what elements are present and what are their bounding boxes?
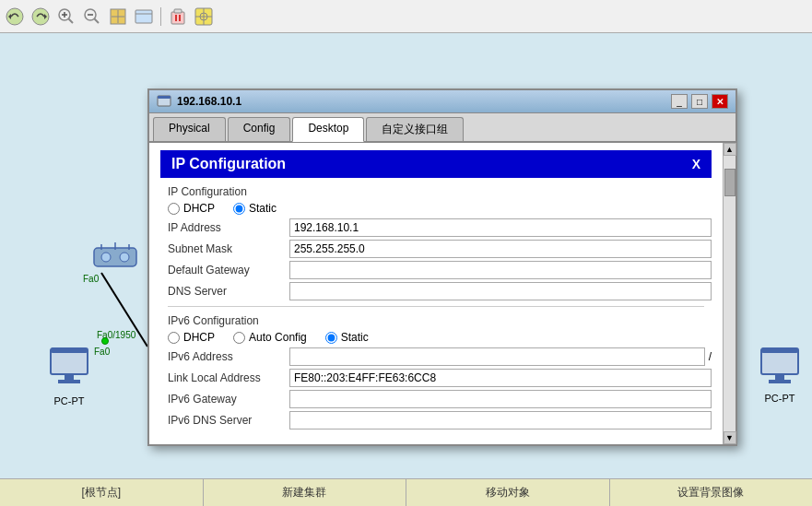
ipv6-address-label: IPv6 Address xyxy=(160,350,289,363)
ipv6-address-input[interactable] xyxy=(289,347,705,366)
minimize-button[interactable]: _ xyxy=(671,94,688,109)
bottom-bar-move-object[interactable]: 移动对象 xyxy=(406,479,610,506)
subnet-mask-input[interactable] xyxy=(289,240,712,258)
svg-point-35 xyxy=(120,253,129,262)
dhcp-label: DHCP xyxy=(183,202,215,215)
ip-address-row: IP Address xyxy=(160,218,712,237)
pc2-icon[interactable]: PC-PT xyxy=(757,347,803,404)
subnet-mask-label: Subnet Mask xyxy=(160,242,289,255)
scroll-up-button[interactable]: ▲ xyxy=(724,143,736,156)
toolbar xyxy=(0,0,812,33)
ipv6-dhcp-radio[interactable] xyxy=(168,332,180,344)
tab-config[interactable]: Config xyxy=(228,117,291,141)
ipv6-auto-radio[interactable] xyxy=(233,332,245,344)
modal-title-label: 192.168.10.1 xyxy=(177,95,241,108)
ipv6-dns-label: IPv6 DNS Server xyxy=(160,414,289,427)
ipv6-address-row: IPv6 Address / xyxy=(160,347,712,366)
ip-config-close-btn[interactable]: X xyxy=(692,157,700,171)
ipv6-radio-row: DHCP Auto Config Static xyxy=(168,331,712,344)
link-local-row: Link Local Address xyxy=(160,369,712,387)
svg-rect-28 xyxy=(58,380,80,383)
svg-rect-33 xyxy=(94,248,136,266)
port-label-fa0-2: Fa0 xyxy=(94,347,110,357)
ipv6-static-option[interactable]: Static xyxy=(325,331,369,344)
dns-server-input[interactable] xyxy=(289,282,712,300)
svg-rect-40 xyxy=(158,96,171,99)
section-divider xyxy=(168,306,704,307)
link-local-input[interactable] xyxy=(289,369,712,387)
undo-icon[interactable] xyxy=(4,6,26,28)
static-label: Static xyxy=(249,202,277,215)
bottom-bar: [根节点] 新建集群 移动对象 设置背景图像 xyxy=(0,478,812,506)
default-gateway-input[interactable] xyxy=(289,261,712,279)
ipv6-dhcp-option[interactable]: DHCP xyxy=(168,331,215,344)
modal-content: IP Configuration X IP Configuration DHCP xyxy=(149,143,736,444)
ipv6-section-label: IPv6 Configuration xyxy=(168,314,712,327)
ipv6-gateway-input[interactable] xyxy=(289,390,712,408)
ipv4-radio-row: DHCP Static xyxy=(168,202,712,215)
tab-physical[interactable]: Physical xyxy=(153,117,226,141)
static-option[interactable]: Static xyxy=(233,202,277,215)
dhcp-radio[interactable] xyxy=(168,203,180,215)
subnet-mask-row: Subnet Mask xyxy=(160,240,712,258)
ip-address-input[interactable] xyxy=(289,218,712,237)
modal-main: IP Configuration X IP Configuration DHCP xyxy=(149,143,723,444)
ipv6-dns-input[interactable] xyxy=(289,411,712,430)
tab-desktop[interactable]: Desktop xyxy=(292,117,364,142)
scroll-down-button[interactable]: ▼ xyxy=(724,431,736,444)
modal-title-text: 192.168.10.1 xyxy=(157,94,241,109)
ip-config-title: IP Configuration xyxy=(171,156,286,172)
network-icon[interactable] xyxy=(193,6,215,28)
delete-icon[interactable] xyxy=(167,6,189,28)
ipv6-auto-label: Auto Config xyxy=(249,331,307,344)
svg-rect-14 xyxy=(135,10,152,23)
default-gateway-row: Default Gateway xyxy=(160,261,712,279)
close-button[interactable]: ✕ xyxy=(712,94,728,109)
svg-rect-30 xyxy=(761,348,798,353)
ip-address-label: IP Address xyxy=(160,221,289,234)
default-gateway-label: Default Gateway xyxy=(160,264,289,277)
bottom-bar-new-cluster[interactable]: 新建集群 xyxy=(204,479,407,506)
ipv6-static-radio[interactable] xyxy=(325,332,337,344)
pc2-monitor xyxy=(757,347,803,387)
zoom-in-icon[interactable] xyxy=(55,6,77,28)
link-local-label: Link Local Address xyxy=(160,371,289,384)
router-icon[interactable]: Fa0 xyxy=(92,241,138,277)
modal-window: 192.168.10.1 _ □ ✕ Physical Config Deskt… xyxy=(147,88,737,446)
svg-rect-26 xyxy=(51,348,88,353)
modal-tabs: Physical Config Desktop 自定义接口组 xyxy=(149,113,736,143)
svg-rect-31 xyxy=(775,374,784,380)
ipv6-dhcp-label: DHCP xyxy=(183,331,215,344)
ipv6-auto-option[interactable]: Auto Config xyxy=(233,331,307,344)
ipv4-section-label: IP Configuration xyxy=(168,185,712,198)
pc1-icon[interactable]: Fa0/1950 Fa0 PC-PT xyxy=(46,347,92,406)
router-port-label: Fa0 xyxy=(83,274,99,284)
bottom-bar-root[interactable]: [根节点] xyxy=(0,479,204,506)
pc1-monitor xyxy=(46,347,92,387)
modal-controls: _ □ ✕ xyxy=(671,94,728,109)
ip-config-panel: IP Configuration X IP Configuration DHCP xyxy=(160,150,712,430)
dns-server-row: DNS Server xyxy=(160,282,712,300)
static-radio[interactable] xyxy=(233,203,245,215)
svg-line-9 xyxy=(95,18,100,23)
svg-line-5 xyxy=(69,18,74,23)
maximize-button[interactable]: □ xyxy=(691,94,708,109)
dhcp-option[interactable]: DHCP xyxy=(168,202,215,215)
router-svg xyxy=(92,241,138,274)
move-icon[interactable] xyxy=(107,6,129,28)
bottom-bar-set-bg[interactable]: 设置背景图像 xyxy=(610,479,813,506)
inspect-icon[interactable] xyxy=(133,6,155,28)
dns-server-label: DNS Server xyxy=(160,285,289,298)
tab-custom[interactable]: 自定义接口组 xyxy=(366,117,464,141)
toolbar-separator xyxy=(160,7,161,26)
modal-titlebar: 192.168.10.1 _ □ ✕ xyxy=(149,90,736,113)
svg-point-34 xyxy=(101,253,111,262)
ipv6-gateway-label: IPv6 Gateway xyxy=(160,393,289,406)
ipv6-gateway-row: IPv6 Gateway xyxy=(160,390,712,408)
scrollbar-thumb[interactable] xyxy=(724,169,736,196)
modal-scrollbar: ▲ ▼ xyxy=(723,143,736,444)
zoom-out-icon[interactable] xyxy=(81,6,103,28)
redo-icon[interactable] xyxy=(29,6,52,28)
pc2-label: PC-PT xyxy=(765,393,795,404)
modal-title-icon xyxy=(157,94,171,109)
